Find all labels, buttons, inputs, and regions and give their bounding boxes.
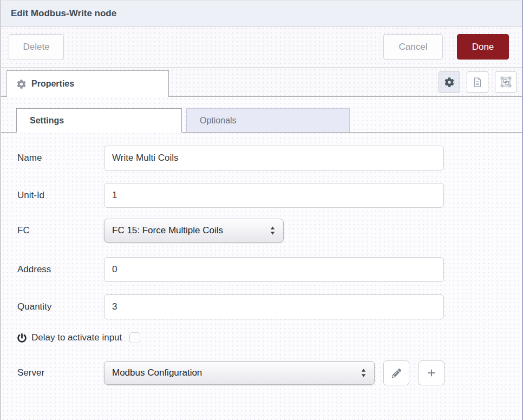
delay-row: Delay to activate input: [1, 332, 522, 343]
delay-label: Delay to activate input: [31, 332, 122, 343]
add-server-button[interactable]: [419, 360, 444, 385]
delay-checkbox[interactable]: [129, 332, 140, 343]
gear-icon: [444, 77, 454, 87]
select-arrows-icon: [270, 226, 276, 235]
address-row: Address: [1, 257, 522, 282]
description-button[interactable]: [467, 71, 488, 93]
plus-icon: [426, 368, 437, 378]
pencil-icon: [392, 369, 401, 378]
quantity-label: Quantity: [17, 301, 104, 312]
quantity-row: Quantity: [1, 294, 522, 319]
name-label: Name: [17, 153, 104, 163]
quantity-input[interactable]: [104, 294, 444, 319]
cancel-button[interactable]: Cancel: [383, 34, 443, 60]
dialog-header: Edit Modbus-Write node: [1, 1, 522, 27]
fc-label: FC: [17, 225, 104, 236]
fc-select-value: FC 15: Force Multiple Coils: [112, 225, 264, 236]
tab-properties[interactable]: Properties: [6, 70, 169, 97]
settings-tabbar: Settings Optionals: [1, 108, 522, 133]
edit-node-dialog: Edit Modbus-Write node Delete Cancel Don…: [0, 0, 523, 420]
server-row: Server Modbus Configuration: [1, 360, 522, 385]
dialog-body: Settings Optionals Name Unit-Id FC FC 15…: [1, 97, 522, 420]
done-button[interactable]: Done: [457, 34, 509, 60]
appearance-button[interactable]: [495, 71, 517, 93]
tab-optionals-label: Optionals: [200, 116, 237, 126]
address-label: Address: [17, 264, 104, 275]
address-input[interactable]: [104, 257, 444, 282]
select-arrows-icon: [361, 368, 367, 378]
server-select-value: Modbus Configuration: [112, 368, 355, 378]
unit-id-row: Unit-Id: [1, 183, 522, 208]
editor-tabbar: Properties: [1, 68, 522, 97]
properties-gear-button[interactable]: [439, 71, 460, 93]
name-input[interactable]: [104, 146, 444, 170]
document-icon: [472, 77, 483, 88]
gear-icon: [17, 80, 26, 89]
fc-select[interactable]: FC 15: Force Multiple Coils: [104, 219, 284, 242]
power-icon: [17, 333, 27, 343]
tab-settings-label: Settings: [30, 116, 64, 126]
object-group-icon: [500, 76, 512, 88]
fc-row: FC FC 15: Force Multiple Coils: [1, 219, 522, 242]
tab-optionals[interactable]: Optionals: [186, 108, 350, 132]
dialog-toolbar: Delete Cancel Done: [1, 27, 522, 68]
name-row: Name: [1, 146, 522, 170]
dialog-title: Edit Modbus-Write node: [11, 8, 116, 19]
server-select[interactable]: Modbus Configuration: [104, 361, 375, 385]
unit-id-label: Unit-Id: [17, 190, 104, 201]
server-label: Server: [17, 368, 104, 378]
edit-server-button[interactable]: [383, 360, 409, 385]
delete-button[interactable]: Delete: [9, 34, 64, 60]
tab-properties-label: Properties: [31, 79, 74, 89]
unit-id-input[interactable]: [104, 183, 444, 208]
tab-settings[interactable]: Settings: [16, 108, 182, 133]
